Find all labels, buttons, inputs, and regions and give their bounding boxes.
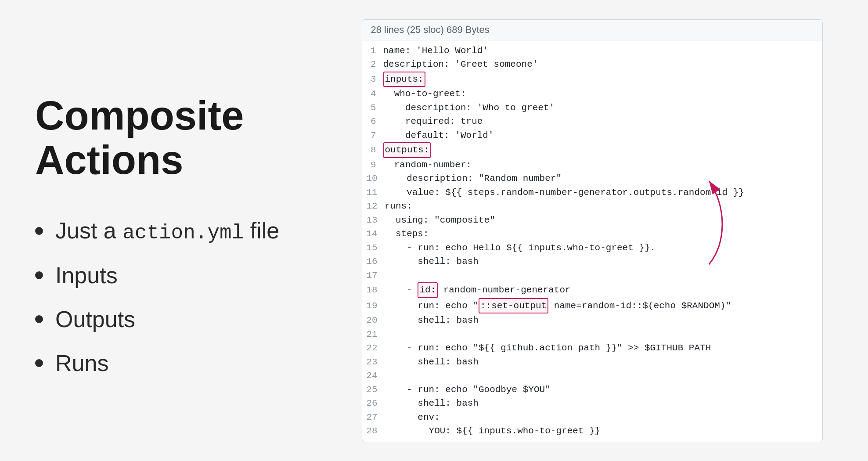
bullet-text-3: Outputs	[55, 306, 135, 332]
bullet-dot	[35, 227, 43, 235]
code-line-6: 6 required: true	[362, 115, 822, 129]
code-line-17: 17	[362, 269, 822, 283]
code-line-10: 10 description: "Random number"	[362, 172, 822, 186]
outputs-highlight: outputs:	[383, 142, 431, 158]
code-line-9: 9 random-number:	[362, 158, 822, 172]
bullet-dot	[35, 315, 43, 323]
code-body: 1 name: 'Hello World' 2 description: 'Gr…	[362, 40, 822, 442]
code-line-25: 25 - run: echo "Goodbye $YOU"	[362, 383, 822, 397]
code-line-23: 23 shell: bash	[362, 355, 822, 369]
bullet-dot	[35, 359, 43, 367]
slide-title: Composite Actions	[35, 94, 351, 182]
bullet-item-4: Runs	[35, 350, 351, 376]
code-line-15: 15 - run: echo Hello ${{ inputs.who-to-g…	[362, 241, 822, 255]
code-line-8: 8 outputs:	[362, 142, 822, 158]
code-line-28: 28 YOU: ${{ inputs.who-to-greet }}	[362, 424, 822, 438]
code-header: 28 lines (25 sloc) 689 Bytes	[362, 20, 822, 40]
inline-code-1: action.yml	[122, 222, 244, 245]
bullet-text-4: Runs	[55, 350, 108, 376]
set-output-highlight: ::set-output	[479, 298, 548, 314]
left-panel: Composite Actions Just a action.yml file…	[35, 85, 351, 376]
code-line-5: 5 description: 'Who to greet'	[362, 101, 822, 115]
code-line-3: 3 inputs:	[362, 72, 822, 87]
code-line-2: 2 description: 'Greet someone'	[362, 58, 822, 72]
code-line-13: 13 using: "composite"	[362, 213, 822, 227]
code-line-19: 19 run: echo "::set-output name=random-i…	[362, 298, 822, 314]
bullet-list: Just a action.yml file Inputs Outputs Ru…	[35, 217, 351, 376]
code-line-12: 12 runs:	[362, 199, 822, 213]
code-line-1: 1 name: 'Hello World'	[362, 44, 822, 58]
inputs-highlight: inputs:	[383, 72, 425, 87]
code-line-16: 16 shell: bash	[362, 255, 822, 269]
code-line-22: 22 - run: echo "${{ github.action_path }…	[362, 341, 822, 355]
code-line-14: 14 steps:	[362, 227, 822, 241]
bullet-item-3: Outputs	[35, 306, 351, 332]
code-line-20: 20 shell: bash	[362, 313, 822, 328]
slide: Composite Actions Just a action.yml file…	[0, 0, 868, 461]
code-line-24: 24	[362, 369, 822, 383]
bullet-item-2: Inputs	[35, 262, 351, 288]
code-line-11: 11 value: ${{ steps.random-number-genera…	[362, 186, 822, 200]
code-line-4: 4 who-to-greet:	[362, 87, 822, 101]
bullet-text-2: Inputs	[55, 262, 118, 288]
bullet-text-1: Just a action.yml file	[55, 217, 279, 245]
bullet-dot	[35, 271, 43, 279]
bullet-item-1: Just a action.yml file	[35, 217, 351, 245]
id-highlight: id:	[418, 282, 438, 298]
code-line-27: 27 env:	[362, 411, 822, 425]
code-window: 28 lines (25 sloc) 689 Bytes 1 name: 'He…	[362, 19, 823, 442]
code-line-21: 21	[362, 328, 822, 342]
code-line-26: 26 shell: bash	[362, 396, 822, 411]
right-panel: 28 lines (25 sloc) 689 Bytes 1 name: 'He…	[351, 19, 833, 442]
code-line-18: 18 - id: random-number-generator	[362, 282, 822, 298]
code-line-7: 7 default: 'World'	[362, 129, 822, 143]
